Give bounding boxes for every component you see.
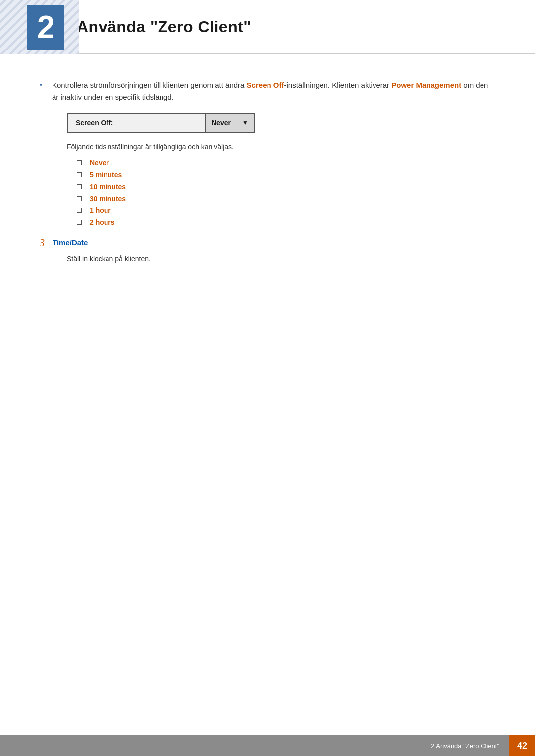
- chevron-down-icon: ▼: [242, 119, 248, 126]
- option-checkbox-icon: [77, 160, 82, 165]
- numbered-section: 3 Time/Date: [40, 237, 495, 249]
- option-checkbox-icon: [77, 184, 82, 189]
- option-label: 5 minutes: [90, 171, 122, 179]
- bullet-text: Kontrollera strömförsörjningen till klie…: [52, 79, 495, 103]
- screen-off-value: Never: [212, 119, 231, 127]
- list-item: 5 minutes: [77, 171, 495, 179]
- page-header: 2 Använda "Zero Client": [0, 0, 535, 54]
- main-content: • Kontrollera strömförsörjningen till kl…: [0, 54, 535, 304]
- bullet-section: • Kontrollera strömförsörjningen till kl…: [40, 79, 495, 103]
- option-checkbox-icon: [77, 208, 82, 213]
- page-number: 42: [510, 741, 534, 751]
- option-checkbox-icon: [77, 172, 82, 177]
- section-body: Ställ in klockan på klienten.: [67, 253, 495, 264]
- section-title: Time/Date: [53, 238, 88, 247]
- power-management-highlight: Power Management: [391, 81, 461, 89]
- chapter-number-box: 2: [27, 5, 64, 50]
- list-item: Never: [77, 159, 495, 167]
- bullet-dot: •: [40, 81, 42, 89]
- screen-off-control[interactable]: Screen Off: Never ▼: [67, 113, 255, 133]
- chapter-title: Använda "Zero Client": [77, 18, 251, 36]
- screen-off-label: Screen Off:: [68, 119, 205, 127]
- option-label: 1 hour: [90, 206, 111, 214]
- options-list: Never5 minutes10 minutes30 minutes1 hour…: [77, 159, 495, 226]
- list-item: 10 minutes: [77, 183, 495, 191]
- option-label: Never: [90, 159, 109, 167]
- screen-off-highlight: Screen Off: [247, 81, 284, 89]
- screen-off-dropdown[interactable]: Never ▼: [205, 114, 254, 132]
- list-item: 30 minutes: [77, 195, 495, 202]
- chapter-number: 2: [37, 11, 55, 43]
- description-text: Följande tidsinställningar är tillgängli…: [67, 142, 495, 152]
- option-checkbox-icon: [77, 196, 82, 201]
- page-footer: 2 Använda "Zero Client" 42: [0, 735, 535, 756]
- option-checkbox-icon: [77, 220, 82, 225]
- option-label: 2 hours: [90, 218, 115, 226]
- option-label: 30 minutes: [90, 195, 126, 202]
- section-number: 3: [40, 237, 45, 249]
- list-item: 2 hours: [77, 218, 495, 226]
- footer-page-box: 42: [509, 735, 535, 756]
- list-item: 1 hour: [77, 206, 495, 214]
- option-label: 10 minutes: [90, 183, 126, 191]
- footer-text: 2 Använda "Zero Client": [431, 742, 509, 750]
